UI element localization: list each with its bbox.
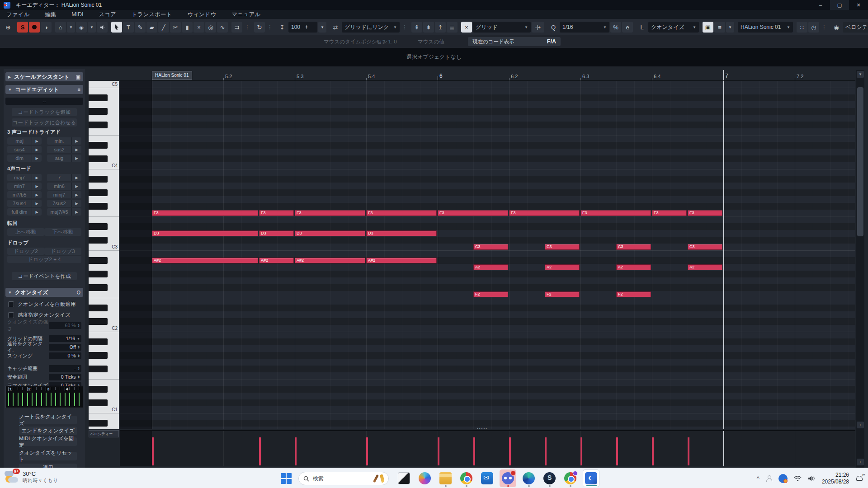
widget-window-app[interactable] [396, 469, 412, 487]
four-note-button-7[interactable]: 7▶ [47, 174, 81, 181]
apply-arrow-icon[interactable]: ▶ [71, 137, 81, 145]
black-key[interactable] [89, 366, 108, 372]
wifi-icon[interactable] [794, 475, 802, 482]
black-key[interactable] [89, 386, 108, 393]
quantize-header[interactable]: ▼クオンタイズQ [5, 288, 83, 297]
autoscroll-button[interactable]: ⇉ [231, 22, 242, 33]
grid-adjust-button[interactable]: -|+ [532, 22, 544, 33]
record-in-editor-button[interactable] [29, 22, 40, 33]
mail-app[interactable] [479, 469, 495, 487]
edge-app[interactable] [520, 469, 537, 487]
nudge-button-2[interactable]: ↥ [435, 22, 446, 33]
quantize-preset-dropdown[interactable]: 1/16 ▼ [560, 22, 609, 33]
four-note-button-m7/b5[interactable]: m7/b5▶ [7, 191, 42, 198]
draw-tool[interactable]: ✎ [135, 22, 146, 33]
triad-button-maj[interactable]: maj▶ [7, 137, 42, 145]
triad-button-aug[interactable]: aug▶ [47, 155, 81, 162]
four-note-button-full dim[interactable]: full dim▶ [7, 208, 42, 216]
search-box[interactable]: 検索 [298, 472, 389, 485]
pointer-mode-dropdown[interactable]: ▼ [67, 22, 75, 33]
piano-keyboard[interactable]: C5C4C3C2C1 [89, 81, 119, 429]
timeline-ruler[interactable]: HALion Sonic 015.25.35.466.26.36.477.2 [120, 70, 855, 81]
create-chord-event-button[interactable]: コードイベントを作成 [12, 272, 77, 280]
stepper-arrows-icon[interactable]: ▲▼ [78, 345, 80, 349]
vertical-scrollbar[interactable]: ▼ + + [856, 70, 864, 468]
chevron-down-icon[interactable]: ▼ [77, 337, 80, 340]
black-key[interactable] [89, 223, 108, 230]
minimize-button[interactable]: – [811, 0, 830, 10]
sidebar-bottom-button-2[interactable]: MIDI クオンタイズを固定 [19, 437, 77, 446]
setup-toolbar-button[interactable]: ⊕ [3, 22, 14, 33]
erase-tool[interactable]: ▰ [146, 22, 157, 33]
quantize-row-value[interactable]: Off▲▼ [49, 344, 81, 351]
midi-note-F2[interactable]: F2 [616, 291, 651, 297]
drop-button-0[interactable]: ドロップ2 [7, 248, 44, 255]
chord-field[interactable]: -- [5, 98, 83, 105]
apply-arrow-icon[interactable]: ▶ [32, 183, 42, 190]
chord-edit-header[interactable]: ▼コードエディット≡ [5, 85, 83, 94]
midi-note-F2[interactable]: F2 [545, 291, 580, 297]
chrome-app[interactable] [458, 469, 475, 487]
velocity-bar[interactable] [616, 437, 618, 465]
apply-arrow-icon[interactable]: ▶ [32, 191, 42, 198]
inversion-button-1[interactable]: 下へ移動 [44, 228, 81, 236]
velocity-lane-label[interactable]: ベロシティー [89, 430, 119, 437]
line-tool[interactable]: ╱ [158, 22, 169, 33]
black-key[interactable] [89, 237, 108, 244]
triad-button-min.[interactable]: min.▶ [47, 137, 81, 145]
playhead-cursor[interactable] [723, 70, 724, 80]
four-note-button-7sus2[interactable]: 7sus2▶ [47, 200, 81, 207]
midi-note-A2[interactable]: A2 [688, 264, 722, 270]
quantize-row-value[interactable]: 60 %▲▼ [49, 322, 81, 329]
part-name-label[interactable]: HALion Sonic 01 [152, 71, 192, 80]
sidebar-bottom-button-4[interactable]: 適用 [19, 464, 77, 468]
midi-note-F3[interactable]: F3 [259, 210, 294, 216]
auto-apply-checkbox[interactable]: クオンタイズを自動適用 [8, 301, 75, 308]
midi-note-C3[interactable]: C3 [688, 244, 722, 250]
apply-arrow-icon[interactable]: ▶ [32, 208, 42, 216]
playhead-cursor[interactable] [723, 81, 724, 429]
black-key[interactable] [89, 352, 108, 359]
four-note-button-min7[interactable]: min7▶ [7, 183, 42, 190]
midi-note-F3[interactable]: F3 [366, 210, 437, 216]
copilot-app[interactable] [416, 469, 433, 487]
midi-note-F3[interactable]: F3 [295, 210, 365, 216]
sidebar-bottom-button-3[interactable]: クオンタイズをリセット [19, 452, 77, 460]
independence-button[interactable]: ◈ [76, 22, 87, 33]
mute-tool[interactable]: × [193, 22, 204, 33]
quantize-row-value[interactable]: 0 Ticks▲▼ [49, 374, 81, 380]
glue-tool[interactable]: ▮ [182, 22, 193, 33]
menu-item-6[interactable]: マニュアル [231, 11, 260, 19]
insert-velocity-field[interactable]: 100 ▲▼ [288, 22, 317, 33]
apply-arrow-icon[interactable]: ▶ [71, 174, 81, 181]
midi-note-A2[interactable]: A2 [545, 264, 580, 270]
black-key[interactable] [89, 318, 108, 325]
apply-arrow-icon[interactable]: ▶ [71, 191, 81, 198]
midi-note-D3[interactable]: D3 [295, 230, 365, 236]
sidebar-bottom-button-1[interactable]: エンドをクオンタイズ [19, 427, 77, 435]
triad-button-sus4[interactable]: sus4▶ [7, 146, 42, 153]
accessibility-icon[interactable] [766, 475, 772, 482]
four-note-button-maj7/#5[interactable]: maj7/#5▶ [47, 208, 81, 216]
menu-item-2[interactable]: MIDI [71, 11, 83, 18]
midi-note-F2[interactable]: F2 [473, 291, 508, 297]
midi-note-F3[interactable]: F3 [652, 210, 687, 216]
sidebar-bottom-button-0[interactable]: ノート長をクオンタイズ [19, 416, 77, 424]
velocity-bar[interactable] [438, 437, 439, 465]
black-key[interactable] [89, 420, 108, 427]
active-part-dropdown[interactable]: HALion Sonic 01 ▼ [738, 22, 793, 33]
apply-arrow-icon[interactable]: ▶ [71, 208, 81, 216]
quantize-row-value[interactable]: 0 %▲▼ [49, 352, 81, 359]
quantize-panel-button[interactable]: e [622, 22, 633, 33]
independence-dropdown[interactable]: ▼ [88, 22, 96, 33]
solo-button[interactable]: S [17, 22, 28, 33]
velocity-bar[interactable] [473, 437, 475, 465]
scale-assistant-header[interactable]: ▶スケールアシスタント▣ [5, 72, 83, 81]
volume-icon[interactable] [808, 475, 816, 482]
midi-note-A#2[interactable]: A#2 [295, 258, 365, 263]
black-key[interactable] [89, 189, 108, 196]
velocity-bar[interactable] [580, 437, 582, 465]
drop-2-4-button[interactable]: ドロップ2 + 4 [7, 256, 81, 263]
black-key[interactable] [89, 338, 108, 345]
tray-app-icon[interactable] [778, 474, 788, 483]
